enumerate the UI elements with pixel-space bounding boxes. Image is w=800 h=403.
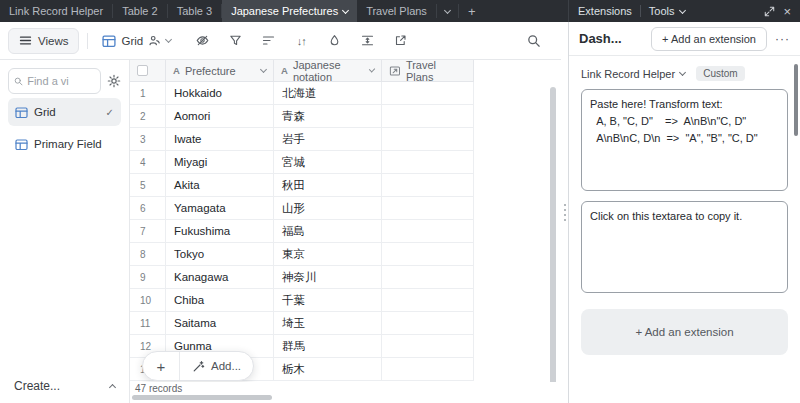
- cell-japanese-notation[interactable]: 千葉: [274, 289, 382, 311]
- copy-output-textarea[interactable]: Click on this textarea to copy it.: [581, 201, 788, 293]
- select-all-cell[interactable]: [130, 60, 166, 81]
- cell-travel-plans[interactable]: [382, 82, 474, 104]
- view-settings-button[interactable]: [107, 74, 121, 88]
- horizontal-scrollbar[interactable]: [132, 395, 272, 400]
- tab-japanese-prefectures[interactable]: Japanese Prefectures: [222, 0, 357, 22]
- views-button[interactable]: Views: [8, 28, 79, 54]
- expand-icon[interactable]: [764, 6, 775, 17]
- add-extension-footer-button[interactable]: + Add an extension: [581, 309, 788, 355]
- row-number[interactable]: 5: [130, 174, 166, 196]
- cell-prefecture[interactable]: Chiba: [166, 289, 274, 311]
- extensions-label[interactable]: Extensions: [578, 5, 632, 17]
- cell-japanese-notation[interactable]: 埼玉: [274, 312, 382, 334]
- app-window: Link Record Helper Table 2 Table 3 Japan…: [0, 0, 800, 403]
- cell-travel-plans[interactable]: [382, 197, 474, 219]
- cell-japanese-notation[interactable]: 福島: [274, 220, 382, 242]
- cell-japanese-notation[interactable]: 山形: [274, 197, 382, 219]
- cell-japanese-notation[interactable]: 群馬: [274, 335, 382, 357]
- tab-table-3[interactable]: Table 3: [168, 0, 221, 22]
- row-number[interactable]: 2: [130, 105, 166, 127]
- cell-prefecture[interactable]: Miyagi: [166, 151, 274, 173]
- text-field-icon: A: [173, 65, 180, 76]
- create-view-button[interactable]: Create...: [8, 379, 121, 395]
- color-button[interactable]: [321, 28, 347, 54]
- add-extension-button[interactable]: + Add an extension: [651, 27, 767, 51]
- cell-prefecture[interactable]: Iwate: [166, 128, 274, 150]
- check-icon: ✓: [106, 107, 114, 118]
- row-number[interactable]: 6: [130, 197, 166, 219]
- cell-travel-plans[interactable]: [382, 220, 474, 242]
- search-button[interactable]: [521, 28, 547, 54]
- cell-japanese-notation[interactable]: 栃木: [274, 358, 382, 380]
- hide-fields-button[interactable]: [189, 28, 215, 54]
- cell-travel-plans[interactable]: [382, 358, 474, 380]
- row-number[interactable]: 8: [130, 243, 166, 265]
- tab-table-2[interactable]: Table 2: [113, 0, 166, 22]
- plugin-name[interactable]: Link Record Helper: [581, 68, 675, 80]
- row-number[interactable]: 1: [130, 82, 166, 104]
- select-all-checkbox[interactable]: [137, 65, 148, 76]
- sort-button[interactable]: ↓↑: [288, 28, 314, 54]
- cell-travel-plans[interactable]: [382, 312, 474, 334]
- chevron-down-icon[interactable]: [260, 66, 267, 73]
- close-icon[interactable]: ×: [783, 5, 791, 18]
- sidebar-view-grid[interactable]: Grid ✓: [8, 98, 121, 126]
- view-search-box[interactable]: [8, 68, 101, 94]
- share-button[interactable]: [387, 28, 413, 54]
- cell-prefecture[interactable]: Aomori: [166, 105, 274, 127]
- current-view-button[interactable]: Grid: [96, 28, 177, 54]
- panel-title[interactable]: Dash...: [579, 31, 622, 46]
- panel-scrollbar[interactable]: [794, 64, 798, 136]
- cell-travel-plans[interactable]: [382, 128, 474, 150]
- cell-travel-plans[interactable]: [382, 105, 474, 127]
- more-options-icon[interactable]: ···: [775, 32, 790, 46]
- cell-japanese-notation[interactable]: 北海道: [274, 82, 382, 104]
- cell-prefecture[interactable]: Tokyo: [166, 243, 274, 265]
- tab-link-record-helper[interactable]: Link Record Helper: [0, 0, 112, 22]
- cell-travel-plans[interactable]: [382, 289, 474, 311]
- tools-menu[interactable]: Tools: [649, 5, 685, 17]
- cell-japanese-notation[interactable]: 岩手: [274, 128, 382, 150]
- cell-prefecture[interactable]: Saitama: [166, 312, 274, 334]
- cell-japanese-notation[interactable]: 東京: [274, 243, 382, 265]
- cell-japanese-notation[interactable]: 秋田: [274, 174, 382, 196]
- column-header-prefecture[interactable]: A Prefecture: [166, 60, 274, 81]
- chevron-down-icon[interactable]: [369, 66, 376, 73]
- row-number[interactable]: 4: [130, 151, 166, 173]
- cell-prefecture[interactable]: Hokkaido: [166, 82, 274, 104]
- row-number[interactable]: 10: [130, 289, 166, 311]
- cell-travel-plans[interactable]: [382, 335, 474, 357]
- cell-travel-plans[interactable]: [382, 174, 474, 196]
- tab-travel-plans[interactable]: Travel Plans: [357, 0, 436, 22]
- tables-menu-button[interactable]: [437, 0, 458, 22]
- sidebar-view-primary-field[interactable]: Primary Field: [8, 130, 121, 158]
- group-button[interactable]: [255, 28, 281, 54]
- panel-resize-handle[interactable]: [561, 22, 568, 403]
- ai-add-record-button[interactable]: Add...: [180, 352, 253, 380]
- filter-button[interactable]: [222, 28, 248, 54]
- cell-prefecture[interactable]: Akita: [166, 174, 274, 196]
- cell-travel-plans[interactable]: [382, 151, 474, 173]
- column-header-travel-plans[interactable]: Travel Plans: [382, 60, 474, 81]
- add-record-button[interactable]: +: [143, 352, 179, 380]
- column-header-japanese-notation[interactable]: A Japanese notation: [274, 60, 382, 81]
- add-table-button[interactable]: +: [459, 0, 485, 22]
- table-section: Views Grid: [0, 22, 561, 403]
- row-number[interactable]: 11: [130, 312, 166, 334]
- cell-prefecture[interactable]: Fukushima: [166, 220, 274, 242]
- row-number[interactable]: 9: [130, 266, 166, 288]
- cell-japanese-notation[interactable]: 宮城: [274, 151, 382, 173]
- cell-travel-plans[interactable]: [382, 243, 474, 265]
- chevron-down-icon[interactable]: [679, 69, 686, 76]
- row-height-button[interactable]: [354, 28, 380, 54]
- row-number[interactable]: 3: [130, 128, 166, 150]
- transform-input-textarea[interactable]: Paste here! Transform text: A, B, "C, D"…: [581, 89, 788, 191]
- cell-prefecture[interactable]: Yamagata: [166, 197, 274, 219]
- cell-prefecture[interactable]: Kanagawa: [166, 266, 274, 288]
- row-number[interactable]: 7: [130, 220, 166, 242]
- cell-japanese-notation[interactable]: 青森: [274, 105, 382, 127]
- vertical-scrollbar[interactable]: [550, 87, 556, 387]
- view-search-input[interactable]: [27, 75, 95, 87]
- cell-japanese-notation[interactable]: 神奈川: [274, 266, 382, 288]
- cell-travel-plans[interactable]: [382, 266, 474, 288]
